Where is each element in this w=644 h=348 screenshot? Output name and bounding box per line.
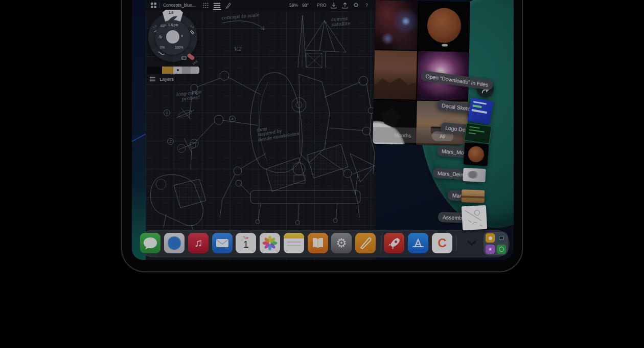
stage: concept to scale comms satellite V.2 lon… xyxy=(0,0,644,348)
bulb-shape xyxy=(489,236,492,240)
dock-settings-icon[interactable]: ⚙ xyxy=(331,233,352,253)
pro-badge[interactable]: PRO xyxy=(317,0,326,11)
opacity-max: 100% xyxy=(175,46,183,49)
deimos-sketch-blob xyxy=(467,170,480,179)
smoothing-icon xyxy=(158,34,164,39)
star-glyph: ★ xyxy=(488,247,492,252)
mars-horizon-streak xyxy=(462,195,485,199)
layers-row[interactable]: Layers xyxy=(150,77,174,82)
opacity-moon-icon: ◐ xyxy=(181,33,184,38)
dock-divider-1 xyxy=(381,235,381,251)
notes-yellow-band xyxy=(284,233,304,238)
swatch-gray-light[interactable] xyxy=(191,67,199,74)
ipad-screen: concept to scale comms satellite V.2 lon… xyxy=(132,0,514,260)
wallpaper-left-sliver xyxy=(132,0,146,260)
tool-wheel-disc[interactable]: 1.6 pts ◐ 0% 100% xyxy=(155,20,190,55)
assembly-sketch xyxy=(462,205,487,230)
annotation-version: V.2 xyxy=(234,46,241,52)
dock-mail-icon[interactable] xyxy=(212,233,233,253)
mars-model-sphere xyxy=(468,146,485,163)
size-slider-icon xyxy=(160,25,166,28)
swatch-ochre[interactable] xyxy=(162,67,173,74)
annotation-marker-1: 1 xyxy=(164,110,170,116)
dock-calendar-icon[interactable]: Tue 1 xyxy=(236,233,256,253)
camera-shape xyxy=(499,236,504,240)
dock-concepts-icon[interactable] xyxy=(355,233,376,253)
selected-swatch-dot xyxy=(177,69,179,71)
help-button[interactable]: ? xyxy=(365,0,368,11)
layers-list-tool[interactable] xyxy=(213,0,221,11)
pen-nib-icon[interactable] xyxy=(225,2,232,9)
mini-star-icon[interactable]: ★ xyxy=(486,245,495,254)
swatch-black[interactable] xyxy=(147,67,162,74)
music-note-glyph: ♫ xyxy=(188,233,209,253)
layers-label: Layers xyxy=(160,77,174,82)
dock-appstore-icon[interactable] xyxy=(408,233,428,253)
tool-wheel[interactable]: 1.6 1.3 5.5 14.5 6.9 xyxy=(148,12,199,63)
selected-tool-underline xyxy=(213,9,221,10)
dock-c-app-icon[interactable]: C xyxy=(432,233,452,253)
settings-gear-icon[interactable]: ⚙ xyxy=(353,0,359,11)
color-palette-strip[interactable] xyxy=(147,67,199,74)
hamburger-lines-icon xyxy=(214,3,220,8)
mini-camera-icon[interactable] xyxy=(497,233,506,243)
dock-rocket-icon[interactable] xyxy=(384,233,404,253)
mini-tips-icon[interactable] xyxy=(486,233,495,243)
swatch-gray-selected[interactable] xyxy=(173,67,182,74)
sticker-line-1 xyxy=(473,101,487,104)
dock-books-icon[interactable] xyxy=(308,233,328,253)
mars-ice-cap xyxy=(442,44,448,47)
dock-photos-icon[interactable] xyxy=(260,233,280,253)
dock-chevron-down-icon[interactable] xyxy=(467,241,476,246)
dock-safari-icon[interactable] xyxy=(164,233,185,253)
mars-globe-sphere xyxy=(427,8,461,44)
probe-silhouette xyxy=(381,108,400,128)
concepts-toolbar: Concepts_blue... 59% 90° PRO xyxy=(146,0,376,11)
notes-line-1 xyxy=(287,242,301,243)
circuit-line-2 xyxy=(469,129,485,133)
sticker-line-3 xyxy=(472,109,487,114)
drag-thumb-assembly[interactable] xyxy=(462,205,487,230)
dock-notes-icon[interactable] xyxy=(284,233,304,253)
drag-thumb-mars-model[interactable] xyxy=(464,142,489,166)
toolbar-divider xyxy=(159,3,160,8)
stroke-size-label: 1.6 pts xyxy=(168,23,178,27)
annotation-comms: comms satellite xyxy=(331,16,350,28)
photo-mars-desert[interactable] xyxy=(374,50,417,100)
export-share-icon[interactable] xyxy=(342,3,348,9)
c-app-glyph: C xyxy=(432,233,452,253)
timer-shape xyxy=(499,247,504,252)
opacity-min: 0% xyxy=(160,46,165,49)
dock-music-icon[interactable]: ♫ xyxy=(188,233,209,253)
zoom-level[interactable]: 59% xyxy=(289,0,298,11)
dock-suggested-apps-cluster[interactable]: ★ xyxy=(484,232,508,255)
circuit-line-1 xyxy=(469,126,479,129)
dock-divider-2 xyxy=(456,235,456,251)
calendar-day: 1 xyxy=(236,240,256,250)
photo-mars-globe[interactable] xyxy=(418,1,470,51)
notes-line-2 xyxy=(287,245,301,246)
drag-thumb-decal-sketches[interactable] xyxy=(467,98,493,125)
circuit-line-3 xyxy=(469,132,476,134)
annotation-marker-a: A xyxy=(229,116,236,122)
import-icon[interactable] xyxy=(331,3,337,9)
app-menu-icon[interactable] xyxy=(151,3,156,8)
grid-dots-icon[interactable] xyxy=(203,3,209,8)
document-title[interactable]: Concepts_blue... xyxy=(163,0,196,11)
segment-months[interactable]: Months xyxy=(394,132,411,138)
drag-thumb-mars[interactable] xyxy=(462,189,485,203)
drag-thumb-mars-deimos[interactable] xyxy=(463,168,486,182)
photo-horsehead-nebula[interactable] xyxy=(375,0,418,50)
settings-gear-glyph: ⚙ xyxy=(331,233,352,253)
rotation-angle[interactable]: 90° xyxy=(302,0,309,11)
mini-timer-icon[interactable] xyxy=(497,245,506,254)
desert-ridge xyxy=(374,70,417,100)
annotation-marker-2: 2 xyxy=(167,138,174,145)
dock-messages-icon[interactable] xyxy=(140,233,160,253)
concepts-app-window[interactable]: concept to scale comms satellite V.2 lon… xyxy=(146,0,376,260)
drag-thumb-logo-detail[interactable] xyxy=(464,123,492,144)
wheel-center-knob[interactable] xyxy=(166,30,179,44)
layers-menu-icon xyxy=(150,77,155,81)
sticker-line-2 xyxy=(472,104,481,108)
swatch-gray-mid[interactable] xyxy=(182,67,191,74)
